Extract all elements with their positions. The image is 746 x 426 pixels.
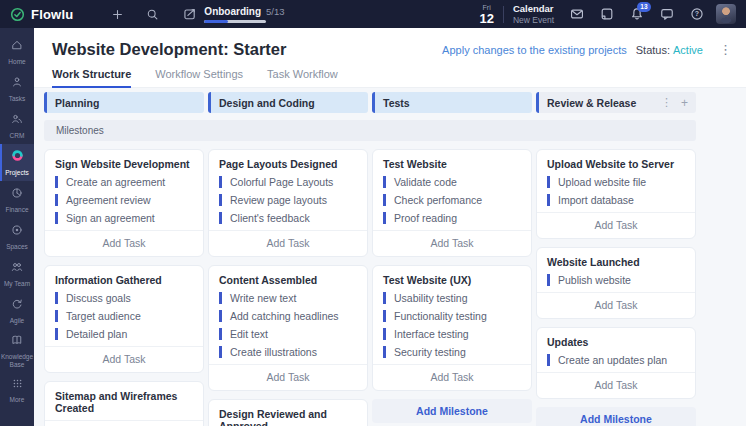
sidebar-item-more[interactable]: More xyxy=(0,371,34,408)
task-item[interactable]: Security testing xyxy=(383,346,521,358)
sidebar-item-label: Finance xyxy=(5,206,28,214)
apply-changes-link[interactable]: Apply changes to the existing projects xyxy=(442,44,627,56)
topbar: Flowlu Onboarding 5/13 Fri 12 Calendar N… xyxy=(0,0,746,28)
search-icon[interactable] xyxy=(146,8,159,21)
milestone-title[interactable]: Sign Website Development xyxy=(55,158,193,170)
kebab-menu-icon[interactable]: ⋮ xyxy=(719,43,732,56)
svg-text:?: ? xyxy=(695,10,699,17)
stage-header-review-release[interactable]: Review & Release⋮+ xyxy=(536,92,696,113)
add-task-button[interactable]: Add Task xyxy=(209,364,367,390)
task-item[interactable]: Proof reading xyxy=(383,212,521,224)
bell-icon[interactable]: 13 xyxy=(630,7,644,21)
milestone-card: Test Website (UX)Usability testingFuncti… xyxy=(372,265,532,391)
date-widget[interactable]: Fri 12 xyxy=(479,4,493,25)
task-item[interactable]: Discuss goals xyxy=(55,292,193,304)
add-task-button[interactable]: Add Task xyxy=(537,372,695,398)
add-task-button[interactable]: Add Task xyxy=(45,346,203,372)
task-item[interactable]: Create an agreement xyxy=(55,176,193,188)
sidebar-item-label: CRM xyxy=(10,132,25,140)
onboarding-progressbar xyxy=(204,20,266,23)
task-item[interactable]: Validate code xyxy=(383,176,521,188)
task-item[interactable]: Client's feedback xyxy=(219,212,357,224)
knowledge-base-icon xyxy=(11,332,23,350)
add-task-button[interactable]: Add Task xyxy=(537,212,695,238)
stage-header-design-and-coding[interactable]: Design and Coding xyxy=(208,92,368,113)
milestone-title[interactable]: Upload Website to Server xyxy=(547,158,685,170)
brand-logo[interactable]: Flowlu xyxy=(10,7,73,22)
chat-icon[interactable] xyxy=(660,7,674,21)
task-item[interactable]: Usability testing xyxy=(383,292,521,304)
task-item[interactable]: Agreement review xyxy=(55,194,193,206)
task-item[interactable]: Upload website file xyxy=(547,176,685,188)
task-item[interactable]: Publish website xyxy=(547,274,685,286)
add-milestone-button[interactable]: Add Milestone xyxy=(372,399,532,423)
calendar-new-event[interactable]: Calendar New Event xyxy=(513,4,554,24)
add-task-button[interactable]: Add Task xyxy=(209,230,367,256)
tab-work-structure[interactable]: Work Structure xyxy=(52,68,131,88)
create-plus-icon[interactable] xyxy=(111,8,124,21)
sidebar-item-my-team[interactable]: My Team xyxy=(0,255,34,292)
milestone-title[interactable]: Test Website xyxy=(383,158,521,170)
milestone-title[interactable]: Design Reviewed and Approved xyxy=(219,408,357,426)
tab-task-workflow[interactable]: Task Workflow xyxy=(267,68,338,88)
stage-header-tests[interactable]: Tests xyxy=(372,92,532,113)
milestone-title[interactable]: Information Gathered xyxy=(55,274,193,286)
sidebar-item-home[interactable]: Home xyxy=(0,33,34,70)
task-item[interactable]: Functionality testing xyxy=(383,310,521,322)
stage-column-design-and-coding: Page Layouts DesignedColorful Page Layou… xyxy=(208,149,368,426)
task-item[interactable]: Target audience xyxy=(55,310,193,322)
task-item[interactable]: Add catching headlines xyxy=(219,310,357,322)
add-task-button[interactable]: Add Task xyxy=(373,230,531,256)
notes-icon[interactable] xyxy=(600,7,614,21)
milestone-title[interactable]: Test Website (UX) xyxy=(383,274,521,286)
sidebar-item-agile[interactable]: Agile xyxy=(0,292,34,329)
add-task-button[interactable]: Add Task xyxy=(45,230,203,256)
help-icon[interactable]: ? xyxy=(690,7,704,21)
task-item[interactable]: Detailed plan xyxy=(55,328,193,340)
add-milestone-button[interactable]: Add Milestone xyxy=(536,407,696,426)
mail-icon[interactable] xyxy=(570,7,584,21)
sidebar-item-knowledge-base[interactable]: Knowledge Base xyxy=(0,329,34,371)
home-icon xyxy=(11,37,23,55)
milestone-card: Upload Website to ServerUpload website f… xyxy=(536,149,696,239)
user-avatar[interactable] xyxy=(716,4,736,24)
onboarding-progress[interactable]: Onboarding 5/13 xyxy=(183,6,284,23)
stage-add-icon[interactable]: + xyxy=(681,97,688,109)
sidebar-item-finance[interactable]: Finance xyxy=(0,181,34,218)
status-label: Status: xyxy=(636,44,670,56)
task-item[interactable]: Check perfomance xyxy=(383,194,521,206)
milestone-card: Website LaunchedPublish websiteAdd Task xyxy=(536,247,696,319)
task-item[interactable]: Create illustrations xyxy=(219,346,357,358)
status-value[interactable]: Active xyxy=(673,44,703,56)
task-item[interactable]: Review page layouts xyxy=(219,194,357,206)
sidebar-item-tasks[interactable]: Tasks xyxy=(0,70,34,107)
milestone-title[interactable]: Page Layouts Designed xyxy=(219,158,357,170)
milestone-card: UpdatesCreate an updates planAdd Task xyxy=(536,327,696,399)
milestone-title[interactable]: Content Assembled xyxy=(219,274,357,286)
task-item[interactable]: Interface testing xyxy=(383,328,521,340)
stage-menu-icon[interactable]: ⋮ xyxy=(661,97,672,108)
add-task-button[interactable]: Add Task xyxy=(373,364,531,390)
stage-header-planning[interactable]: Planning xyxy=(44,92,204,113)
my-team-icon xyxy=(11,259,23,277)
sidebar-item-projects[interactable]: Projects xyxy=(0,144,34,181)
task-item[interactable]: Create an updates plan xyxy=(547,354,685,366)
sidebar-item-spaces[interactable]: Spaces xyxy=(0,218,34,255)
milestone-title[interactable]: Updates xyxy=(547,336,685,348)
add-task-button[interactable]: Add Task xyxy=(537,292,695,318)
add-task-button[interactable]: Add Task xyxy=(45,420,203,426)
milestone-card: Sign Website DevelopmentCreate an agreem… xyxy=(44,149,204,257)
milestone-card: Page Layouts DesignedColorful Page Layou… xyxy=(208,149,368,257)
sidebar-item-crm[interactable]: CRM xyxy=(0,107,34,144)
tab-workflow-settings[interactable]: Workflow Settings xyxy=(155,68,243,88)
more-icon xyxy=(12,375,23,393)
task-item[interactable]: Colorful Page Layouts xyxy=(219,176,357,188)
milestone-card: Sitemap and Wireframes CreatedAdd Task xyxy=(44,381,204,426)
task-item[interactable]: Sign an agreement xyxy=(55,212,193,224)
task-item[interactable]: Import database xyxy=(547,194,685,206)
stage-column-planning: Sign Website DevelopmentCreate an agreem… xyxy=(44,149,204,426)
milestone-title[interactable]: Sitemap and Wireframes Created xyxy=(55,390,193,414)
task-item[interactable]: Write new text xyxy=(219,292,357,304)
task-item[interactable]: Edit text xyxy=(219,328,357,340)
milestone-title[interactable]: Website Launched xyxy=(547,256,685,268)
